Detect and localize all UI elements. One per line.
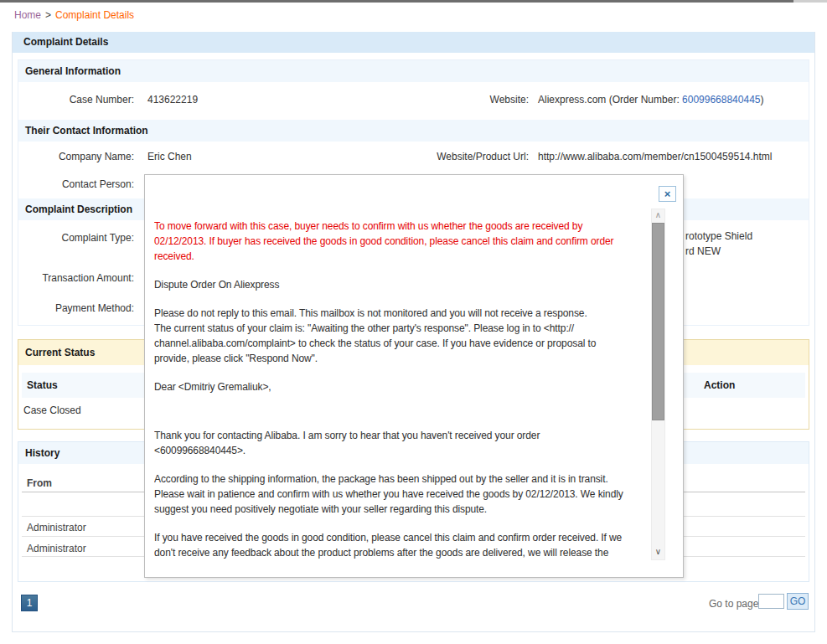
go-to-page-label: Go to page <box>709 598 758 610</box>
message-dialog: × ∧ ∨ To move forward with this case, bu… <box>144 174 684 578</box>
breadcrumb-home-link[interactable]: Home <box>14 9 41 21</box>
scrollbar-thumb[interactable] <box>652 223 664 420</box>
product-url-row: Website/Product Url:http://www.alibaba.c… <box>319 151 773 162</box>
their-contact-information-heading: Their Contact Information <box>18 120 809 142</box>
company-name-value: Eric Chen <box>147 151 192 162</box>
status-column-header: Status <box>22 373 58 398</box>
website-row: Website:Aliexpress.com (Order Number: 60… <box>319 94 763 106</box>
confirm-received-paragraph-text: If you have received the goods in good c… <box>154 530 684 560</box>
history-row: Administrator <box>27 539 86 558</box>
payment-method-label: Payment Method: <box>18 302 134 314</box>
product-url-label: Website/Product Url: <box>319 151 529 162</box>
scroll-up-arrow-icon[interactable]: ∧ <box>652 209 664 222</box>
company-name-row: Company Name:Eric Chen <box>18 151 192 162</box>
dialog-scrollbar[interactable]: ∧ ∨ <box>651 209 665 560</box>
breadcrumb: Home>Complaint Details <box>14 9 134 21</box>
deadline-alert-text: To move forward with this case, buyer ne… <box>154 219 684 264</box>
complaint-type-row: Complaint Type: <box>18 232 134 244</box>
page-title: Complaint Details <box>13 32 814 53</box>
scroll-down-arrow-icon[interactable]: ∨ <box>652 546 664 559</box>
no-reply-notice-text: Please do not reply to this email. This … <box>154 306 684 366</box>
complaint-type-value-fragment: rototype Shield <box>685 230 752 242</box>
dispute-subject-text: Dispute Order On Aliexpress <box>154 277 684 292</box>
action-column-header: Action <box>704 373 735 398</box>
company-name-label: Company Name: <box>18 151 134 162</box>
order-number-link[interactable]: 60099668840445 <box>682 94 760 106</box>
breadcrumb-current: Complaint Details <box>55 9 134 21</box>
complaint-type-value-fragment: rd NEW <box>685 245 721 257</box>
thanks-paragraph-text: Thank you for contacting Alibaba. I am s… <box>154 428 684 458</box>
contact-person-label: Contact Person: <box>18 178 134 190</box>
dialog-message-body: To move forward with this case, buyer ne… <box>154 219 684 574</box>
go-to-page-input[interactable] <box>758 594 784 609</box>
salutation-text: Dear <Dmitriy Gremaliuk>, <box>154 379 684 394</box>
browser-top-strip <box>0 0 793 3</box>
website-value: Aliexpress.com (Order Number: 6009966884… <box>538 94 763 106</box>
complaint-type-label: Complaint Type: <box>18 232 134 244</box>
case-number-row: Case Number:413622219 <box>18 94 198 106</box>
status-value: Case Closed <box>23 404 81 416</box>
contact-person-row: Contact Person: <box>18 178 134 190</box>
history-row: Administrator <box>27 518 86 537</box>
close-icon[interactable]: × <box>659 186 676 202</box>
case-number-label: Case Number: <box>18 94 134 106</box>
product-url-value: http://www.alibaba.com/member/cn15004595… <box>538 151 773 162</box>
payment-method-row: Payment Method: <box>18 302 134 314</box>
case-number-value: 413622219 <box>147 94 198 106</box>
website-label: Website: <box>319 94 529 106</box>
general-information-heading: General Information <box>18 60 809 82</box>
transaction-amount-label: Transaction Amount: <box>18 272 134 284</box>
go-button[interactable]: GO <box>787 593 809 610</box>
page-1-button[interactable]: 1 <box>21 595 38 611</box>
breadcrumb-separator: > <box>45 9 51 21</box>
shipping-info-paragraph-text: According to the shipping information, t… <box>154 471 684 517</box>
transaction-amount-row: Transaction Amount: <box>18 272 134 284</box>
browser-top-strip-end <box>793 0 827 3</box>
